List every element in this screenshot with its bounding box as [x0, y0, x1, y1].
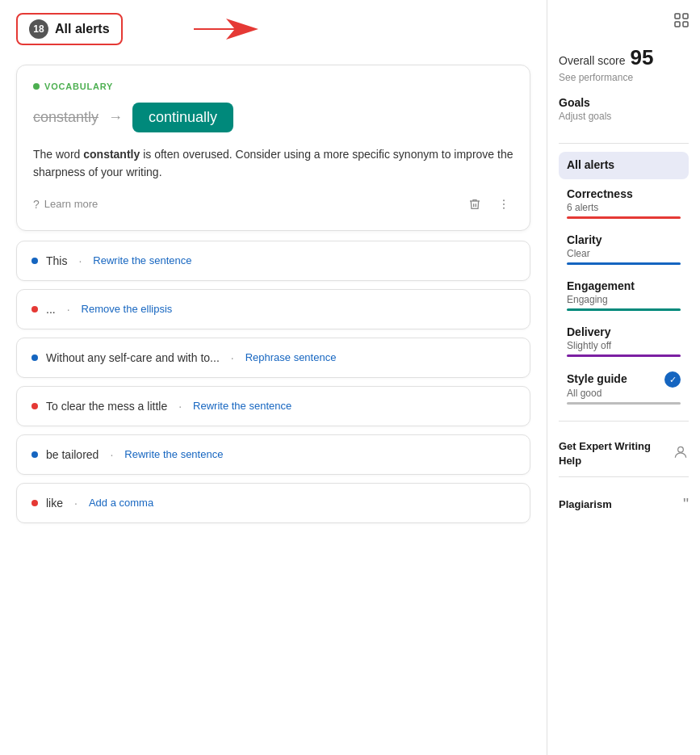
vocab-section-label: VOCABULARY	[44, 82, 113, 91]
nav-all-title: All alerts	[567, 158, 681, 171]
score-value: 95	[630, 45, 653, 70]
alerts-list: This · Rewrite the sentence ... · Remove…	[16, 241, 530, 523]
nav-item-clarity[interactable]: Clarity Clear	[559, 227, 689, 271]
alert-text: To clear the mess a little	[46, 400, 167, 413]
plagiarism-title: Plagiarism	[559, 498, 612, 510]
divider	[559, 143, 689, 144]
nav-item-all-alerts[interactable]: All alerts	[559, 152, 689, 179]
nav-style-title: Style guide	[567, 372, 627, 385]
alert-action: Add a comma	[89, 497, 153, 509]
alert-action: Rephrase sentence	[245, 351, 337, 363]
engagement-bar	[567, 308, 681, 311]
alert-action: Rewrite the sentence	[193, 400, 291, 412]
expert-writing-section[interactable]: Get Expert Writing Help	[559, 439, 689, 468]
nav-delivery-title: Delivery	[567, 325, 681, 338]
svg-point-8	[678, 447, 684, 452]
svg-point-2	[503, 203, 505, 205]
original-word: constantly	[33, 109, 99, 126]
alert-dot	[31, 354, 38, 361]
style-guide-row: Style guide ✓	[567, 371, 681, 388]
left-panel: 18 All alerts VOCABULARY constantly → co…	[0, 0, 547, 755]
see-performance-link[interactable]: See performance	[559, 72, 689, 83]
vocab-label: VOCABULARY	[33, 82, 513, 91]
suggestion-arrow: →	[108, 109, 123, 126]
alert-text: Without any self-care and with to...	[46, 351, 220, 364]
nav-correctness-title: Correctness	[567, 187, 681, 200]
score-label: Overall score	[559, 54, 625, 67]
word-suggestion-row: constantly → continually	[33, 103, 513, 132]
alert-item-mess[interactable]: To clear the mess a little · Rewrite the…	[16, 386, 530, 426]
divider-2	[559, 421, 689, 422]
goals-title: Goals	[559, 96, 689, 109]
nav-clarity-title: Clarity	[567, 233, 681, 246]
nav-correctness-sub: 6 alerts	[567, 202, 681, 213]
goals-section: Goals Adjust goals	[559, 96, 689, 122]
alert-dot	[31, 451, 38, 458]
vocab-actions	[465, 195, 513, 214]
alert-item-like[interactable]: like · Add a comma	[16, 483, 530, 523]
svg-rect-5	[683, 14, 688, 19]
score-row: Overall score 95	[559, 45, 689, 70]
alert-dot	[31, 306, 38, 312]
header-row: 18 All alerts	[16, 13, 530, 45]
learn-more-link[interactable]: ? Learn more	[33, 198, 98, 211]
quote-icon: "	[683, 495, 689, 514]
style-guide-bar	[567, 402, 681, 405]
alert-action: Rewrite the sentence	[124, 448, 223, 460]
alert-text: be tailored	[46, 448, 99, 461]
svg-rect-7	[683, 22, 688, 27]
vocab-description: The word constantly is often overused. C…	[33, 145, 513, 182]
vocabulary-card: VOCABULARY constantly → continually The …	[16, 65, 530, 231]
svg-rect-6	[675, 22, 680, 27]
score-section: Overall score 95 See performance	[559, 45, 689, 83]
svg-marker-0	[194, 19, 258, 40]
nav-item-style-guide[interactable]: Style guide ✓ All good	[559, 365, 689, 411]
alert-action: Rewrite the sentence	[93, 254, 191, 266]
alert-dot	[31, 403, 38, 409]
nav-clarity-sub: Clear	[567, 248, 681, 259]
correctness-bar	[567, 216, 681, 219]
alert-text: This	[46, 254, 67, 267]
adjust-goals-link[interactable]: Adjust goals	[559, 111, 689, 122]
right-header	[559, 13, 689, 31]
all-alerts-label: All alerts	[55, 22, 110, 36]
vocab-footer: ? Learn more	[33, 195, 513, 214]
alert-dot	[31, 500, 38, 506]
alert-dot	[31, 258, 38, 264]
learn-more-label: Learn more	[44, 198, 98, 210]
more-options-button[interactable]	[494, 195, 513, 214]
alert-action: Remove the ellipsis	[82, 303, 173, 315]
checkmark-icon: ✓	[664, 371, 681, 388]
question-icon: ?	[33, 198, 40, 211]
nav-engagement-sub: Engaging	[567, 294, 681, 305]
nav-item-correctness[interactable]: Correctness 6 alerts	[559, 181, 689, 225]
right-panel: Overall score 95 See performance Goals A…	[547, 0, 700, 755]
svg-point-1	[503, 199, 505, 201]
arrow-indicator	[194, 17, 258, 41]
delivery-bar	[567, 354, 681, 357]
alerts-badge: 18	[29, 19, 48, 39]
nav-item-engagement[interactable]: Engagement Engaging	[559, 273, 689, 317]
delete-button[interactable]	[465, 195, 484, 214]
divider-3	[559, 476, 689, 477]
clarity-bar	[567, 262, 681, 265]
alert-item-tailored[interactable]: be tailored · Rewrite the sentence	[16, 434, 530, 475]
grid-icon[interactable]	[674, 13, 689, 31]
expert-title: Get Expert Writing Help	[559, 439, 673, 468]
vocab-dot	[33, 83, 40, 90]
alert-item-this[interactable]: This · Rewrite the sentence	[16, 241, 530, 281]
svg-rect-4	[675, 14, 680, 19]
person-icon	[673, 444, 689, 464]
alert-item-ellipsis[interactable]: ... · Remove the ellipsis	[16, 289, 530, 329]
plagiarism-section[interactable]: Plagiarism "	[559, 495, 689, 514]
nav-style-sub: All good	[567, 388, 681, 399]
nav-item-delivery[interactable]: Delivery Slightly off	[559, 319, 689, 363]
nav-delivery-sub: Slightly off	[567, 340, 681, 351]
alert-text: ...	[46, 303, 56, 316]
all-alerts-button[interactable]: 18 All alerts	[16, 13, 123, 45]
nav-engagement-title: Engagement	[567, 279, 681, 292]
alert-item-selfcare[interactable]: Without any self-care and with to... · R…	[16, 338, 530, 378]
alert-text: like	[46, 497, 63, 510]
suggestion-pill[interactable]: continually	[132, 103, 233, 132]
svg-point-3	[503, 207, 505, 208]
